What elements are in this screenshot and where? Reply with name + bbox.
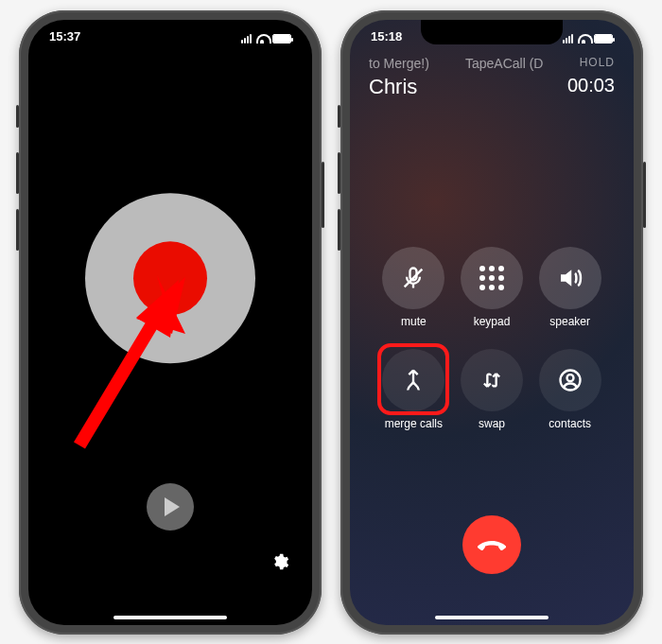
status-indicators — [241, 29, 291, 48]
call-info: to Merge!) TapeACall (D HOLD Chris 00:03 — [369, 56, 615, 99]
status-time: 15:18 — [371, 29, 402, 48]
play-icon — [165, 497, 180, 516]
screen-right: 15:18 to Merge!) TapeACall (D HOLD Chris… — [350, 20, 634, 625]
status-indicators — [563, 29, 613, 48]
hold-badge: HOLD — [580, 56, 615, 71]
status-time: 15:37 — [49, 29, 80, 48]
merge-label: merge calls — [385, 417, 443, 430]
hangup-icon — [477, 530, 507, 560]
wifi-icon — [255, 34, 269, 44]
held-call-label: to Merge!) — [369, 56, 429, 71]
gear-icon — [270, 552, 289, 571]
mute-icon — [400, 265, 427, 291]
swap-button[interactable]: swap — [453, 349, 531, 430]
notch — [421, 20, 563, 44]
notch — [99, 20, 241, 44]
keypad-label: keypad — [474, 315, 511, 328]
play-button[interactable] — [147, 483, 194, 531]
mute-label: mute — [401, 315, 427, 328]
signal-icon — [241, 34, 252, 44]
svg-point-6 — [566, 374, 573, 381]
swap-icon — [479, 367, 505, 393]
wifi-icon — [577, 34, 590, 44]
keypad-icon — [479, 266, 504, 290]
merge-calls-button[interactable]: merge calls — [375, 349, 453, 430]
speaker-label: speaker — [549, 315, 590, 328]
phone-right: 15:18 to Merge!) TapeACall (D HOLD Chris… — [340, 10, 643, 635]
home-indicator[interactable] — [113, 616, 227, 619]
end-call-button[interactable] — [462, 515, 521, 574]
speaker-button[interactable]: speaker — [531, 247, 609, 328]
contacts-label: contacts — [549, 417, 591, 430]
signal-icon — [563, 34, 573, 44]
merge-icon — [400, 367, 427, 393]
screen-left: 15:37 — [28, 20, 312, 625]
call-controls: mute keypad speaker — [350, 247, 634, 430]
home-indicator[interactable] — [435, 616, 549, 619]
battery-icon — [594, 34, 613, 44]
call-duration: 00:03 — [567, 75, 615, 99]
caller-name: Chris — [369, 75, 417, 99]
record-button[interactable] — [85, 193, 255, 363]
contacts-icon — [557, 367, 584, 393]
speaker-icon — [556, 264, 584, 292]
held-call-name: TapeACall (D — [465, 56, 543, 71]
swap-label: swap — [479, 417, 505, 430]
record-icon — [133, 241, 207, 315]
phone-left: 15:37 — [19, 10, 322, 635]
contacts-button[interactable]: contacts — [531, 349, 609, 430]
settings-button[interactable] — [270, 552, 289, 576]
battery-icon — [272, 34, 291, 44]
keypad-button[interactable]: keypad — [453, 247, 531, 328]
mute-button[interactable]: mute — [375, 247, 453, 328]
